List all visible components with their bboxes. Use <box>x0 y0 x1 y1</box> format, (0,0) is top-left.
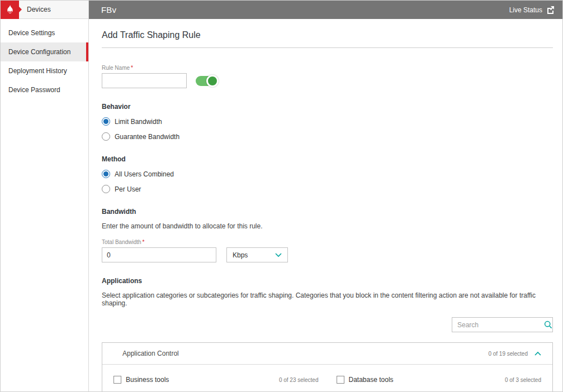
bandwidth-description: Enter the amount of bandwidth to allocat… <box>102 222 553 230</box>
main-area: FBv Live Status Add Traffic Shaping Rule… <box>89 1 562 391</box>
device-title: FBv <box>101 5 116 15</box>
radio-per-user[interactable]: Per User <box>102 185 553 193</box>
app-count: 0 of 3 selected <box>505 377 541 383</box>
required-asterisk: * <box>143 239 145 245</box>
total-bandwidth-input[interactable] <box>102 247 216 262</box>
app-count: 0 of 23 selected <box>279 377 319 383</box>
top-header-bar: FBv Live Status <box>89 1 562 19</box>
radio-icon <box>102 132 110 141</box>
total-bandwidth-label: Total Bandwidth* <box>102 239 553 245</box>
bandwidth-title: Bandwidth <box>102 208 553 216</box>
radio-guarantee-bandwidth[interactable]: Guarantee Bandwidth <box>102 132 553 141</box>
panel-title: Application Control <box>122 350 179 357</box>
method-title: Method <box>102 155 553 163</box>
bandwidth-section: Bandwidth Enter the amount of bandwidth … <box>102 208 553 262</box>
method-section: Method All Users Combined Per User <box>102 155 553 193</box>
application-control-panel: Application Control 0 of 19 selected Bus… <box>102 342 553 391</box>
radio-label: Guarantee Bandwidth <box>115 133 179 141</box>
total-bandwidth-label-text: Total Bandwidth <box>102 239 141 245</box>
toggle-knob <box>206 75 219 87</box>
sidebar: Devices Device Settings Device Configura… <box>1 1 89 391</box>
rule-name-group: Rule Name* <box>102 65 553 88</box>
radio-all-users-combined[interactable]: All Users Combined <box>102 170 553 178</box>
sidebar-title: Devices <box>19 6 51 13</box>
flame-icon <box>6 4 15 15</box>
search-icon[interactable] <box>544 321 552 329</box>
radio-label: Per User <box>115 185 141 193</box>
applications-description: Select application categories or subcate… <box>102 291 553 307</box>
application-search <box>452 317 553 332</box>
required-asterisk: * <box>131 65 133 71</box>
radio-label: Limit Bandwidth <box>115 118 162 126</box>
sidebar-item-deployment-history[interactable]: Deployment History <box>1 61 88 80</box>
chevron-down-icon <box>275 253 282 257</box>
behavior-section: Behavior Limit Bandwidth Guarantee Bandw… <box>102 103 553 141</box>
panel-selected-summary: 0 of 19 selected <box>488 351 528 357</box>
sidebar-item-device-configuration[interactable]: Device Configuration <box>1 42 88 61</box>
chevron-up-icon[interactable] <box>534 351 541 356</box>
live-status-link[interactable]: Live Status <box>509 6 555 14</box>
sidebar-header: Devices <box>1 1 88 19</box>
app-label: Database tools <box>349 376 394 384</box>
app-label: Business tools <box>126 376 169 384</box>
radio-icon <box>102 117 110 126</box>
rule-name-label-text: Rule Name <box>102 65 130 71</box>
application-list: Business tools 0 of 23 selected Database… <box>102 365 552 391</box>
page-title: Add Traffic Shaping Rule <box>102 30 553 48</box>
checkbox[interactable] <box>337 376 344 384</box>
applications-section: Applications Select application categori… <box>102 277 553 391</box>
rule-enabled-toggle[interactable] <box>196 76 218 86</box>
search-input[interactable] <box>457 318 544 331</box>
radio-icon <box>102 170 110 178</box>
external-link-icon <box>546 6 555 14</box>
bandwidth-unit-value: Kbps <box>233 251 248 259</box>
bandwidth-unit-select[interactable]: Kbps <box>226 247 288 262</box>
app-item-business-tools: Business tools 0 of 23 selected <box>113 376 319 384</box>
application-control-header[interactable]: Application Control 0 of 19 selected <box>102 343 552 365</box>
brand-logo[interactable] <box>1 1 19 19</box>
sidebar-items: Device Settings Device Configuration Dep… <box>1 19 88 99</box>
sidebar-item-device-password[interactable]: Device Password <box>1 80 88 99</box>
rule-name-label: Rule Name* <box>102 65 553 71</box>
app-window: Devices Device Settings Device Configura… <box>0 0 563 392</box>
checkbox[interactable] <box>113 376 121 384</box>
live-status-label: Live Status <box>509 6 542 14</box>
radio-limit-bandwidth[interactable]: Limit Bandwidth <box>102 117 553 126</box>
applications-title: Applications <box>102 277 553 285</box>
sidebar-item-device-settings[interactable]: Device Settings <box>1 23 88 42</box>
rule-name-input[interactable] <box>102 73 187 88</box>
app-item-database-tools: Database tools 0 of 3 selected <box>337 376 542 384</box>
radio-label: All Users Combined <box>115 170 174 178</box>
radio-icon <box>102 185 110 193</box>
behavior-title: Behavior <box>102 103 553 111</box>
page-content: Add Traffic Shaping Rule Rule Name* Beha… <box>89 19 562 391</box>
